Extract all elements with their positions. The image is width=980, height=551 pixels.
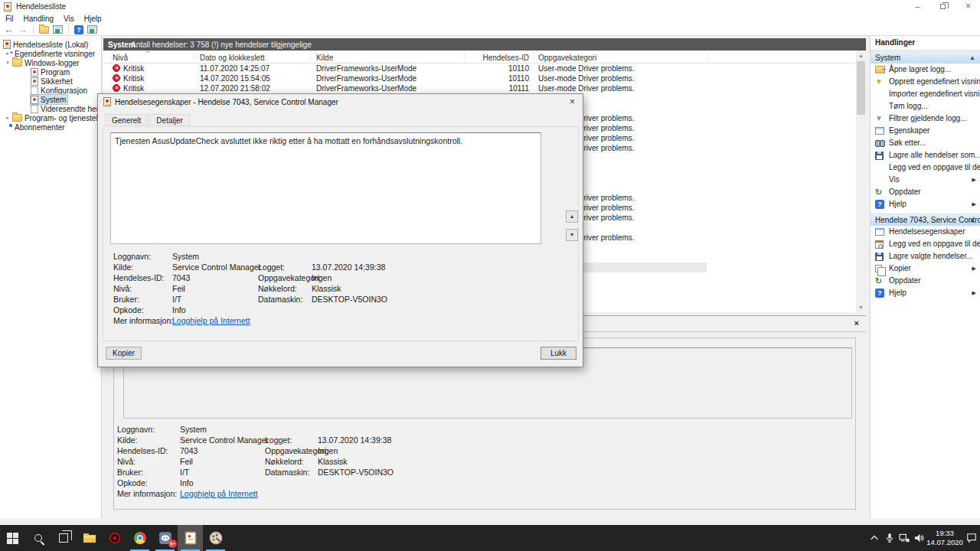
dialog-close-icon[interactable]: ×	[570, 97, 575, 106]
table-row[interactable]: Kritisk 14.07.2020 15:54:05 DriverFramew…	[103, 73, 856, 83]
action-item[interactable]: Vis ▶	[871, 174, 980, 186]
tray-chevron-up-icon[interactable]	[868, 525, 880, 551]
column-divider[interactable]	[534, 52, 534, 62]
tree-item[interactable]: Konfigurasjon	[0, 86, 101, 95]
minimize-button[interactable]: –	[905, 0, 930, 14]
taskbar-red-app-button[interactable]	[102, 525, 127, 551]
tray-volume-icon[interactable]	[913, 525, 926, 551]
tree-item-label: Hendelsesliste (Lokal)	[13, 41, 88, 49]
action-item[interactable]: Filtrer gjeldende logg...	[871, 112, 980, 125]
column-header-category[interactable]: Oppgavekategori	[538, 54, 596, 62]
menu-item[interactable]: Hjelp	[84, 15, 102, 23]
back-icon[interactable]: ←	[4, 24, 14, 35]
table-row[interactable]: Kritisk 11.07.2020 14:25:07 DriverFramew…	[103, 64, 856, 73]
menu-item[interactable]: Fil	[5, 15, 14, 23]
tray-microphone-icon[interactable]	[884, 525, 896, 551]
column-header-level[interactable]: Nivå	[113, 54, 128, 62]
tree-item[interactable]: Abonnementer	[0, 122, 101, 132]
next-event-button[interactable]: ▼	[566, 229, 578, 241]
action-item[interactable]: Hendelsesegenskaper	[871, 226, 980, 238]
forward-icon[interactable]: →	[18, 24, 28, 35]
taskbar-event-viewer-button[interactable]	[178, 525, 203, 551]
tree-item-label: Windows-logger	[24, 59, 80, 67]
detail-value-right: Ingen	[312, 273, 332, 282]
tree-item[interactable]: Program	[0, 67, 101, 77]
tree-item[interactable]: Hendelsesliste (Lokal)	[0, 40, 101, 49]
action-item[interactable]: Lagre valgte hendelser...	[871, 250, 980, 262]
taskbar-paint-button[interactable]	[203, 525, 228, 551]
action-item[interactable]: Kopier ▶	[871, 262, 980, 275]
actions-section-header[interactable]: Hendelse 7043, Service Control M... ▲	[871, 214, 980, 226]
restore-button[interactable]	[930, 0, 956, 14]
action-item[interactable]: Legg ved en oppgave til den...	[871, 238, 980, 250]
help-icon[interactable]: ?	[74, 25, 83, 34]
actions-panel: Handlinger System ▲ Åpne lagret logg...	[870, 36, 980, 518]
action-item[interactable]: Hjelp ▶	[871, 198, 980, 210]
task-view-button[interactable]	[51, 525, 76, 551]
close-button[interactable]: ×	[956, 0, 980, 14]
menu-item[interactable]: Handling	[24, 15, 54, 23]
tree-item[interactable]: ▸ Program- og tjenestelogger	[0, 113, 101, 122]
tree-item[interactable]: System	[0, 95, 101, 104]
taskbar-explorer-button[interactable]	[77, 525, 102, 551]
action-label: Lagre alle hendelser som...	[889, 149, 980, 161]
tree-expander-icon[interactable]: ▸	[3, 115, 12, 121]
console-window-icon[interactable]	[87, 25, 97, 34]
taskbar-discord-button[interactable]: 9+	[152, 525, 178, 551]
column-divider[interactable]	[194, 52, 194, 62]
column-divider[interactable]	[310, 52, 311, 62]
table-row[interactable]: Kritisk 12.07.2020 21:58:02 DriverFramew…	[103, 83, 856, 93]
list-scrollbar[interactable]: ▲ ▼	[856, 51, 866, 312]
action-item[interactable]: Hjelp ▶	[871, 287, 980, 299]
dialog-tab[interactable]: Generelt	[105, 114, 148, 126]
tree-expander-icon[interactable]: ▾	[3, 60, 12, 66]
action-item[interactable]: Egenskaper	[871, 125, 980, 137]
column-header-date[interactable]: Dato og klokkeslett	[200, 54, 265, 62]
taskbar-chrome-button[interactable]	[127, 525, 152, 551]
detail-row: Nivå: Feil Nøkkelord: Klassisk	[103, 284, 580, 295]
close-dialog-button[interactable]: Lukk	[541, 347, 577, 360]
actions-sections: System ▲ Åpne lagret logg... Opprett ege…	[871, 51, 980, 299]
action-item[interactable]: Tøm logg...	[871, 100, 980, 112]
preview-close-icon[interactable]: ×	[854, 319, 859, 328]
action-item[interactable]: Åpne lagret logg...	[871, 64, 980, 76]
event-message-box[interactable]: Tjenesten AsusUpdateCheck avsluttet ikke…	[110, 132, 541, 244]
detail-value[interactable]: Logghjelp på Internett	[172, 316, 250, 325]
tray-clock[interactable]: 19:33 14.07.2020	[926, 525, 963, 551]
tray-network-icon[interactable]	[897, 525, 911, 551]
action-item[interactable]: Oppdater	[871, 186, 980, 198]
action-item[interactable]: Legg ved en oppgave til den...	[871, 161, 980, 174]
copy-button[interactable]: Kopier	[106, 347, 142, 360]
scroll-down-icon[interactable]: ▼	[856, 302, 866, 312]
previous-event-button[interactable]: ▲	[566, 210, 578, 223]
open-saved-log-icon[interactable]	[39, 26, 49, 34]
actions-section-header[interactable]: System ▲	[871, 51, 980, 64]
detail-label: Nivå:	[117, 457, 136, 466]
detail-value: 7043	[180, 446, 198, 455]
action-item[interactable]: Lagre alle hendelser som...	[871, 149, 980, 161]
collapse-icon[interactable]: ▲	[969, 52, 975, 64]
column-header-source[interactable]: Kilde	[316, 54, 333, 62]
console-window-icon[interactable]	[53, 25, 63, 34]
action-item[interactable]: Opprett egendefinert visning...	[871, 76, 980, 88]
action-center-icon[interactable]	[965, 525, 978, 551]
collapse-icon[interactable]: ▲	[969, 214, 975, 227]
tree-item[interactable]: Sikkerhet	[0, 77, 101, 86]
column-header-event-id[interactable]: Hendelses-ID	[468, 54, 529, 62]
tree-item-icon	[31, 77, 38, 86]
column-divider[interactable]	[707, 52, 707, 62]
start-button[interactable]	[0, 525, 25, 551]
action-label: Tøm logg...	[889, 100, 928, 112]
menu-item[interactable]: Vis	[64, 15, 74, 23]
scroll-up-icon[interactable]: ▲	[856, 51, 866, 60]
detail-value: I/T	[172, 295, 181, 304]
taskbar-search-button[interactable]	[25, 525, 51, 551]
action-item[interactable]: Søk etter...	[871, 137, 980, 149]
column-divider[interactable]	[465, 52, 466, 62]
action-item[interactable]: Oppdater	[871, 275, 980, 287]
detail-value[interactable]: Logghjelp på Internett	[180, 489, 258, 498]
tree-item[interactable]: ▾ Windows-logger	[0, 58, 101, 67]
dialog-tab[interactable]: Detaljer	[149, 114, 189, 126]
scrollbar-thumb[interactable]	[857, 61, 865, 115]
action-item[interactable]: Importer egendefinert visnin...	[871, 88, 980, 100]
